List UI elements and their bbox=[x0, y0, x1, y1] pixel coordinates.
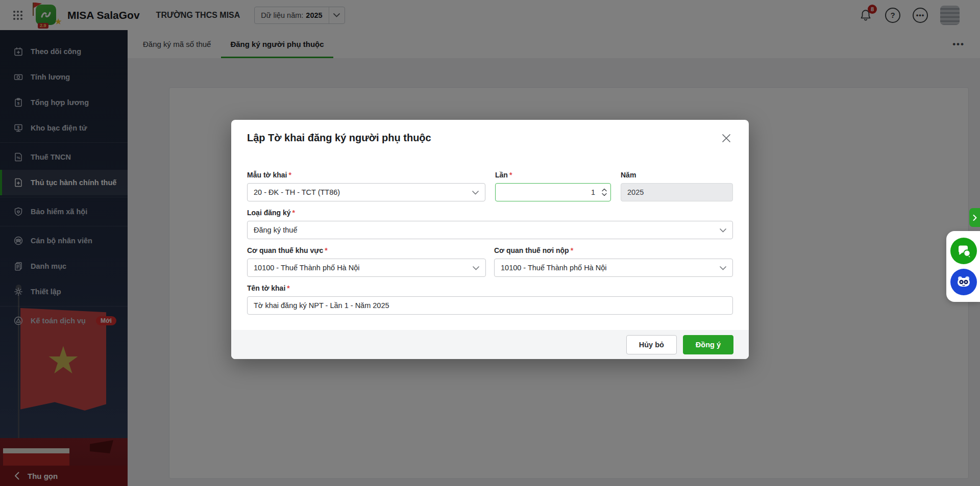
field-label: Cơ quan thuế nơi nộp* bbox=[494, 246, 733, 254]
modal-header: Lập Tờ khai đăng ký người phụ thuộc bbox=[231, 120, 749, 154]
chat-bubbles-icon bbox=[955, 243, 972, 259]
chevron-right-icon bbox=[973, 215, 977, 221]
field-label: Cơ quan thuế khu vực* bbox=[247, 246, 486, 254]
attempt-input[interactable] bbox=[495, 183, 611, 201]
spinner-down-button[interactable] bbox=[602, 193, 607, 196]
app-screen: ★ 2.9 MISA SalaGov TRƯỜNG THCS MISA Dữ l… bbox=[0, 0, 980, 486]
tax-office-region-select[interactable]: 10100 - Thuế Thành phố Hà Nội bbox=[247, 259, 486, 277]
cancel-button[interactable]: Hủy bỏ bbox=[626, 335, 677, 354]
year-input-disabled: 2025 bbox=[621, 183, 733, 201]
required-mark: * bbox=[288, 171, 291, 179]
field-co-quan-thue-noi-nop: Cơ quan thuế nơi nộp* 10100 - Thuế Thành… bbox=[494, 246, 733, 277]
spinner-up-button[interactable] bbox=[602, 189, 607, 192]
declaration-name-input[interactable] bbox=[247, 296, 733, 315]
modal-body: Mẫu tờ khai* 20 - ĐK - TH - TCT (TT86) L… bbox=[231, 154, 749, 315]
label-text: Cơ quan thuế nơi nộp bbox=[494, 246, 569, 254]
close-button[interactable] bbox=[719, 131, 733, 145]
registration-type-select[interactable]: Đăng ký thuế bbox=[247, 221, 733, 239]
confirm-button[interactable]: Đồng ý bbox=[683, 335, 733, 354]
support-dock bbox=[946, 231, 980, 302]
label-text: Tên tờ khai bbox=[247, 284, 285, 292]
select-value: 10100 - Thuế Thành phố Hà Nội bbox=[254, 264, 359, 272]
form-row-2: Loại đăng ký* Đăng ký thuế bbox=[247, 209, 733, 239]
field-label: Mẫu tờ khai* bbox=[247, 171, 485, 179]
declaration-modal: Lập Tờ khai đăng ký người phụ thuộc Mẫu … bbox=[231, 120, 749, 359]
label-text: Lần bbox=[495, 171, 508, 179]
form-row-4: Tên tờ khai* bbox=[247, 284, 733, 315]
chevron-down-icon bbox=[720, 226, 726, 234]
year-value: 2025 bbox=[627, 188, 644, 196]
select-value: 20 - ĐK - TH - TCT (TT86) bbox=[254, 188, 340, 196]
label-text: Năm bbox=[621, 171, 636, 179]
chevron-down-icon bbox=[472, 188, 479, 196]
chat-support-button[interactable] bbox=[950, 238, 977, 264]
attempt-number-wrap bbox=[495, 183, 611, 201]
field-label: Năm bbox=[621, 171, 733, 179]
field-label: Loại đăng ký* bbox=[247, 209, 733, 217]
field-label: Tên tờ khai* bbox=[247, 284, 733, 292]
modal-footer: Hủy bỏ Đồng ý bbox=[231, 330, 749, 359]
chevron-down-icon bbox=[473, 264, 479, 272]
modal-title: Lập Tờ khai đăng ký người phụ thuộc bbox=[247, 132, 431, 144]
select-value: 10100 - Thuế Thành phố Hà Nội bbox=[501, 264, 606, 272]
required-mark: * bbox=[325, 246, 327, 254]
field-label: Lần* bbox=[495, 171, 611, 179]
required-mark: * bbox=[571, 246, 573, 254]
form-row-1: Mẫu tờ khai* 20 - ĐK - TH - TCT (TT86) L… bbox=[247, 171, 733, 201]
required-mark: * bbox=[292, 209, 295, 217]
required-mark: * bbox=[509, 171, 512, 179]
template-select[interactable]: 20 - ĐK - TH - TCT (TT86) bbox=[247, 183, 485, 201]
number-spinner bbox=[602, 189, 607, 196]
form-row-3: Cơ quan thuế khu vực* 10100 - Thuế Thành… bbox=[247, 246, 733, 277]
field-lan: Lần* bbox=[495, 171, 611, 201]
field-co-quan-thue-khu-vuc: Cơ quan thuế khu vực* 10100 - Thuế Thành… bbox=[247, 246, 486, 277]
tax-office-submit-select[interactable]: 10100 - Thuế Thành phố Hà Nội bbox=[494, 259, 733, 277]
side-panel-toggle[interactable] bbox=[969, 208, 980, 227]
ai-assistant-button[interactable] bbox=[950, 269, 977, 295]
required-mark: * bbox=[287, 284, 289, 292]
chevron-down-icon bbox=[720, 264, 726, 272]
field-nam: Năm 2025 bbox=[621, 171, 733, 201]
label-text: Loại đăng ký bbox=[247, 209, 291, 217]
select-value: Đăng ký thuế bbox=[254, 226, 297, 234]
label-text: Cơ quan thuế khu vực bbox=[247, 246, 323, 254]
robot-icon bbox=[954, 273, 973, 291]
label-text: Mẫu tờ khai bbox=[247, 171, 287, 179]
close-icon bbox=[722, 134, 731, 143]
field-mau-to-khai: Mẫu tờ khai* 20 - ĐK - TH - TCT (TT86) bbox=[247, 171, 485, 201]
